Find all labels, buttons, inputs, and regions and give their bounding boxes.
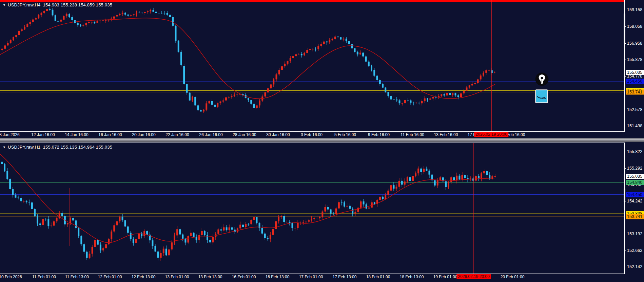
price-tick-label: 159.158 <box>627 7 644 12</box>
terminal-window: ▼USDJPY.raw,H4 154.983 155.238 154.859 1… <box>0 0 644 282</box>
chart-splitter-shadow <box>0 142 644 142</box>
time-tick-label: 13 Feb 13:00 <box>198 275 222 279</box>
h4-low: 154.859 <box>78 2 95 7</box>
time-tick-label: 18 Feb 13:00 <box>400 275 424 279</box>
price-level-badge-155.035: 155.035 <box>626 70 644 75</box>
price-tick-label: 155.822 <box>627 149 644 154</box>
axis-scale-bar[interactable] <box>624 189 625 202</box>
h4-symbol: USDJPY.raw,H4 <box>8 2 40 7</box>
price-tickmark <box>624 60 626 60</box>
time-tick-label: 12 Feb 13:00 <box>132 275 156 279</box>
price-level-badge-154.450: 154.450 <box>626 79 644 84</box>
smile-sticker-icon[interactable] <box>535 89 548 103</box>
time-tick-label: 11 Feb 13:00 <box>65 275 89 279</box>
red-top-band <box>0 0 624 2</box>
symbol-dropdown-icon[interactable]: ▼ <box>3 146 6 149</box>
event-time-badge: 2026.02.19 20:00 <box>474 132 508 137</box>
price-tickmark <box>624 110 626 110</box>
time-tick-label: 13 Feb 01:00 <box>165 275 189 279</box>
time-tick-label: 30 Jan 16:00 <box>266 132 290 137</box>
price-level-badge-155.035: 155.035 <box>626 174 644 179</box>
price-tickmark <box>624 43 626 44</box>
price-tickmark <box>624 168 626 169</box>
h1-open: 155.072 <box>43 145 59 150</box>
h1-candlestick-plot[interactable] <box>0 143 626 274</box>
h4-time-axis[interactable]: 8 Jan 202612 Jan 16:0014 Jan 16:0016 Jan… <box>0 132 626 138</box>
symbol-dropdown-icon[interactable]: ▼ <box>3 3 6 7</box>
price-tickmark <box>624 10 626 10</box>
time-tick-label: 3 Feb 16:00 <box>301 132 323 137</box>
time-tick-label: 26 Jan 16:00 <box>199 132 222 137</box>
time-tick-label: 12 Jan 16:00 <box>31 132 55 137</box>
price-tickmark <box>624 234 626 234</box>
time-tick-label: 18 Feb 01:00 <box>366 275 390 279</box>
price-level-badge-153.741: 153.741 <box>626 89 644 94</box>
price-tick-label: 152.578 <box>627 107 644 112</box>
time-tick-label: 19 Feb 01:00 <box>433 275 457 279</box>
time-tick-label: 17 Feb 13:00 <box>333 275 357 279</box>
h1-chart-title: ▼USDJPY.raw,H1 155.072 155.135 154.964 1… <box>3 145 112 150</box>
price-tickmark <box>624 126 626 126</box>
time-tick-label: 8 Jan 2026 <box>0 132 20 137</box>
event-time-badge: 2026.02.19 20:00 <box>456 274 491 279</box>
time-tick-label: 5 Feb 16:00 <box>334 132 356 137</box>
time-tick-label: 20 Jan 16:00 <box>132 132 155 137</box>
price-tick-label: 155.878 <box>627 57 644 62</box>
price-tick-label: 158.058 <box>627 24 644 29</box>
h1-low: 154.964 <box>78 145 95 150</box>
price-tick-label: 153.192 <box>627 232 644 236</box>
time-tick-label: 28 Jan 16:00 <box>233 132 256 137</box>
price-level-badge-154.450: 154.450 <box>626 192 644 197</box>
time-tick-label: 14 Jan 16:00 <box>65 132 88 137</box>
time-tick-label: 16 Feb 13:00 <box>266 275 290 279</box>
h1-high: 155.135 <box>61 145 77 150</box>
time-tick-label: 12 Feb 01:00 <box>98 275 122 279</box>
price-tick-label: 156.958 <box>627 41 644 46</box>
time-tick-label: 20 Feb 01:00 <box>501 275 525 279</box>
price-tick-label: 154.242 <box>627 199 644 203</box>
h4-candlestick-plot[interactable] <box>0 0 626 132</box>
price-tick-label: 152.142 <box>627 264 644 269</box>
price-tickmark <box>624 76 626 77</box>
h4-close: 155.035 <box>96 2 112 7</box>
price-tick-label: 152.662 <box>627 248 644 253</box>
axis-scale-bar[interactable] <box>624 14 625 43</box>
price-tick-label: 155.292 <box>627 166 644 171</box>
price-level-badge-153.741: 153.741 <box>626 214 644 219</box>
time-tick-label: 10 Feb 2026 <box>0 275 22 279</box>
price-level-badge-154.840: 154.840 <box>626 180 644 185</box>
h1-time-axis[interactable]: 10 Feb 202611 Feb 01:0011 Feb 13:0012 Fe… <box>0 274 626 280</box>
h4-high: 155.238 <box>61 2 77 7</box>
time-tick-label: 9 Feb 16:00 <box>368 132 390 137</box>
price-tickmark <box>624 152 626 152</box>
h4-chart-title: ▼USDJPY.raw,H4 154.983 155.238 154.859 1… <box>3 2 112 7</box>
time-tick-label: 17 Feb 01:00 <box>299 275 323 279</box>
h1-symbol: USDJPY.raw,H1 <box>8 145 40 150</box>
pen-marker-icon[interactable] <box>535 72 549 86</box>
price-tick-label: 151.498 <box>627 124 644 128</box>
h4-open: 154.983 <box>43 2 59 7</box>
time-tick-label: 11 Feb 01:00 <box>32 275 56 279</box>
price-tickmark <box>624 267 626 267</box>
price-tickmark <box>624 251 626 251</box>
time-tick-label: 22 Jan 16:00 <box>165 132 189 137</box>
time-tick-label: 11 Feb 16:00 <box>401 132 424 137</box>
time-tick-label: 16 Jan 16:00 <box>98 132 122 137</box>
h1-close: 155.035 <box>96 145 112 150</box>
time-tick-label: 16 Feb 01:00 <box>232 275 256 279</box>
time-tick-label: 13 Feb 16:00 <box>434 132 458 137</box>
